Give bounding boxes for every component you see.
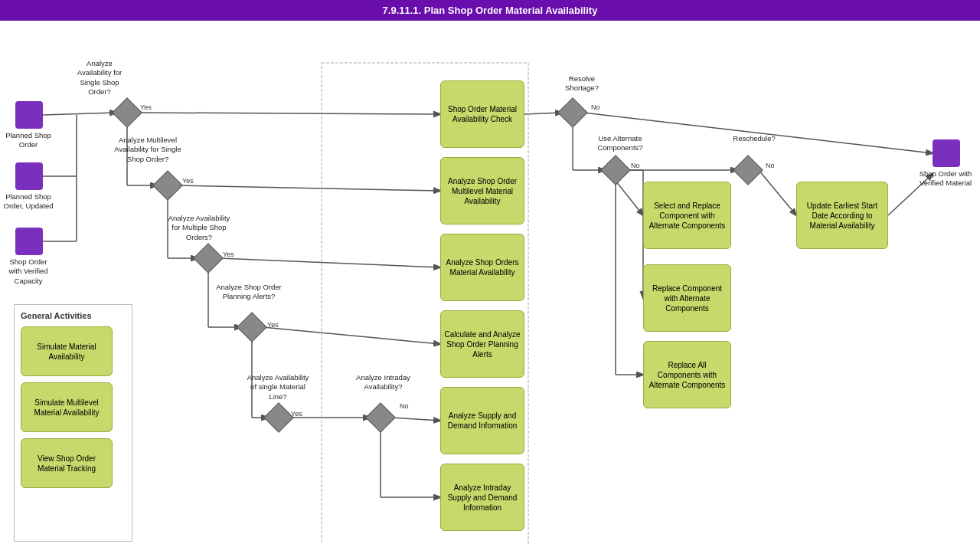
activity-intraday-supply-demand[interactable]: Analyze Intraday Supply and Demand Infor… <box>440 464 524 531</box>
svg-line-32 <box>759 170 796 215</box>
decision-intraday <box>365 402 396 433</box>
svg-line-0 <box>43 113 116 115</box>
svg-line-14 <box>263 327 440 344</box>
label-planned-shop-order: Planned Shop Order <box>3 131 54 150</box>
page-header: 7.9.11.1. Plan Shop Order Material Avail… <box>0 0 980 21</box>
svg-line-11 <box>219 258 440 267</box>
activity-replace-component[interactable]: Replace Component with Alternate Compone… <box>643 264 731 332</box>
arrow-label-yes-4: Yes <box>267 321 279 329</box>
svg-line-25 <box>616 181 643 215</box>
activity-planning-alerts[interactable]: Calculate and Analyze Shop Order Plannin… <box>440 310 524 378</box>
arrow-label-no-8: No <box>631 162 640 169</box>
decision-single-shop-order <box>112 97 142 128</box>
arrow-label-yes-5: Yes <box>291 410 302 418</box>
arrow-label-yes-1: Yes <box>140 103 152 111</box>
decision-resolve-shortage <box>557 97 588 128</box>
general-activities-title: General Activities <box>21 311 126 320</box>
decision-multiple-shop-orders <box>193 243 224 274</box>
activity-select-replace-component[interactable]: Select and Replace Component with Altern… <box>643 182 731 249</box>
label-d4: Analyze Shop Order Planning Alerts? <box>214 283 283 302</box>
svg-line-21 <box>524 113 562 114</box>
arrow-label-yes-3: Yes <box>223 251 234 258</box>
diagram-canvas: Planned Shop Order Planned Shop Order, U… <box>0 21 980 544</box>
svg-line-5 <box>138 113 440 114</box>
activity-shop-orders-availability[interactable]: Analyze Shop Orders Material Availabilit… <box>440 234 524 301</box>
activity-supply-demand[interactable]: Analyze Supply and Demand Information <box>440 387 524 454</box>
arrow-label-yes-2: Yes <box>182 177 194 185</box>
general-activity-simulate-material[interactable]: Simulate Material Availability <box>21 326 113 376</box>
label-d8: Use Alternate Components? <box>586 134 655 153</box>
decision-planning-alerts <box>237 312 267 342</box>
activity-update-earliest-start-date[interactable]: Update Earliest Start Date According to … <box>796 182 888 249</box>
label-d9: Reschedule? <box>724 134 785 143</box>
decision-reschedule <box>733 155 763 185</box>
general-activity-view-tracking[interactable]: View Shop Order Material Tracking <box>21 438 113 488</box>
label-d7: Resolve Shortage? <box>551 74 612 93</box>
label-shop-order-verified-capacity: Shop Order with Verified Capacity <box>3 257 54 286</box>
header-title: 7.9.11.1. Plan Shop Order Material Avail… <box>383 5 598 16</box>
arrow-label-no-9: No <box>766 162 775 169</box>
activity-shop-order-material-check[interactable]: Shop Order Material Availability Check <box>440 80 524 148</box>
decision-multilevel-single <box>152 170 183 201</box>
label-d1: Analyze Availability for Single Shop Ord… <box>69 59 130 97</box>
label-shop-order-verified-material: Shop Order with Verified Material <box>919 169 972 188</box>
activity-multilevel-availability[interactable]: Analyze Shop Order Multilevel Material A… <box>440 157 524 224</box>
start-shop-order-verified-capacity <box>15 228 43 255</box>
arrow-label-no-7: No <box>591 103 600 111</box>
label-d5: Analyze Availability of single Material … <box>243 373 312 401</box>
decision-single-material-line <box>263 402 294 433</box>
start-planned-shop-order <box>15 101 43 129</box>
general-activity-simulate-multilevel[interactable]: Simulate Multilevel Material Availabilit… <box>21 382 113 432</box>
label-d2: Analyze Multilevel Availability for Sing… <box>113 136 182 164</box>
start-planned-shop-order-updated <box>15 162 43 190</box>
end-shop-order-verified-material <box>933 139 960 167</box>
activity-replace-all-components[interactable]: Replace All Components with Alternate Co… <box>643 341 731 408</box>
arrow-label-no-6: No <box>400 402 409 410</box>
decision-alternate-components <box>600 155 631 185</box>
label-d6: Analyze Intraday Availability? <box>351 373 416 392</box>
label-d3: Analyze Availability for Multiple Shop O… <box>165 214 234 242</box>
svg-line-8 <box>178 185 440 191</box>
general-activities-panel: General Activities Simulate Material Ava… <box>14 304 132 542</box>
label-planned-shop-order-updated: Planned Shop Order, Updated <box>3 192 54 211</box>
svg-line-18 <box>391 418 440 421</box>
